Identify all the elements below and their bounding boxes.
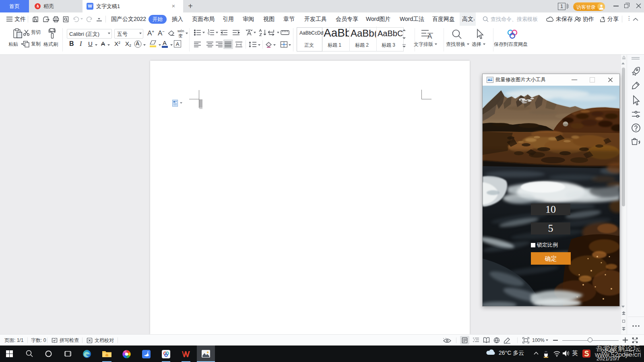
- svg-text:A: A: [427, 33, 432, 39]
